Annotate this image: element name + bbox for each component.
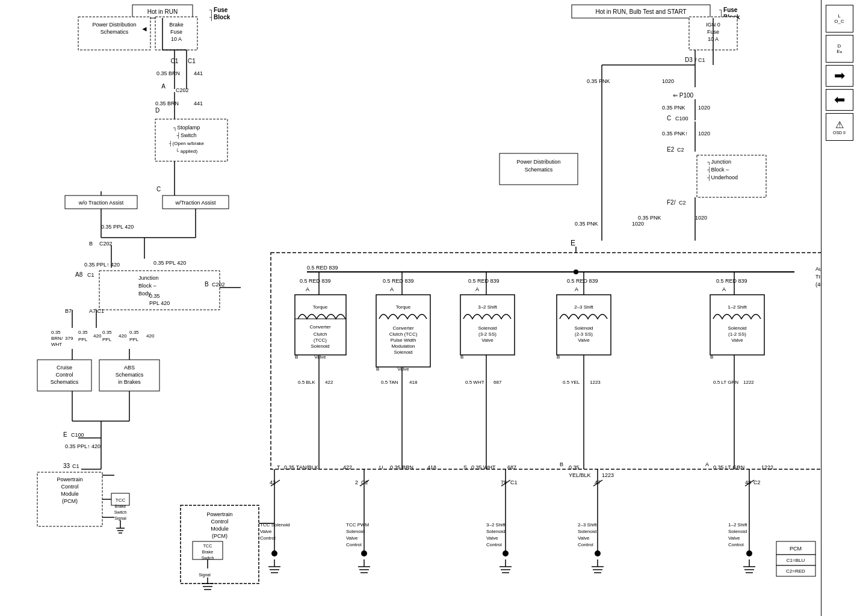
jb-body-label2: Block –: [138, 283, 156, 289]
abs-label3: in Brakes: [118, 379, 141, 385]
shift32-b-label: B: [460, 354, 463, 360]
yel-1223-label: 0.5 YEL: [563, 380, 580, 385]
fuse-block-right-label: ┐Fuse: [719, 7, 738, 14]
pcm-main-label3: Module: [211, 526, 229, 532]
pnk-1020-top: 0.35 PNK: [587, 78, 610, 84]
1222-b: 1222: [761, 464, 773, 470]
red-839-a1: 0.5 RED 839: [300, 278, 331, 284]
cruise-ctrl-label2: Control: [55, 372, 73, 378]
tcc-valve-label2: Converter: [309, 324, 330, 330]
a5-label: A: [722, 286, 726, 292]
hot-run-bulb-label: Hot in RUN, Bulb Test and START: [595, 8, 686, 15]
tcc-pwm-v-label: Torque: [396, 304, 411, 310]
shift32-v-label: 3–2 Shift: [478, 304, 497, 310]
tcc-brake-box-label2: Brake: [202, 550, 213, 554]
a8-c1-conn: C1: [87, 272, 94, 278]
shift32-ctrl-label: 3–2 Shift: [486, 522, 506, 528]
ppl-420-w1: 0.35: [78, 330, 88, 335]
f2-c2-conn: C2: [679, 200, 686, 206]
tcc-pwm-v-label5: Modulation: [391, 343, 415, 349]
shift12-ctrl-label4: Control: [728, 542, 744, 547]
b-c202-conn-right: C202: [212, 282, 225, 288]
d-label: D: [155, 107, 159, 114]
1223-num: 1223: [590, 380, 601, 385]
ltgrn-1222-label: 0.5 LT GRN: [713, 380, 738, 385]
1020-3rd: 1020: [698, 131, 710, 137]
jb-underhood-label3: ┤Underhood: [707, 174, 738, 181]
1020-2nd: 1020: [698, 105, 710, 111]
yel-blk-1223: 0.35: [569, 464, 580, 470]
tcc-pwm-v-label6: Solenoid: [394, 350, 412, 355]
red-839-a3: 0.5 RED 839: [468, 278, 500, 284]
red-839-a5: 0.5 RED 839: [716, 278, 747, 284]
shift32-ctrl-label2: Solenoid: [486, 529, 505, 534]
node-79-c1-conn: C1: [510, 479, 518, 485]
e2-c2-conn: C2: [677, 147, 684, 153]
shift23-v-label4: Valve: [578, 337, 590, 343]
e-node-label: E: [571, 239, 575, 247]
tcc-pwm-ctrl-label: TCC PWM: [346, 522, 370, 528]
brake-fuse-10a: 10 A: [171, 36, 182, 42]
stoplamp-applied: └ applied): [176, 148, 198, 154]
brake-fuse-label2: Fuse: [170, 29, 182, 35]
ppl-420-w4: PPL: [102, 337, 112, 342]
pnk-1020-2nd: 0.35 PNK: [662, 105, 685, 111]
jb-underhood-label2: ┤Block –: [707, 166, 729, 173]
legend-warning: ⚠ OSD II: [826, 113, 853, 141]
c-connector-label: C: [156, 186, 161, 192]
red-839-main: 0.5 RED 839: [307, 265, 338, 271]
brn-wht-379c: WHT: [51, 342, 62, 347]
power-dist-center-right2: Schematics: [525, 167, 553, 173]
a-label: A: [161, 83, 166, 90]
c1-blu-label: C1=BLU: [787, 558, 805, 563]
pcm-main-label2: Control: [211, 519, 228, 525]
tcc-valve-label3: Clutch: [314, 331, 327, 337]
ppl-420-b-mid: 0.35: [149, 293, 160, 299]
pcm-label: Powertrain: [57, 476, 82, 482]
jb-body-label: Junction: [138, 275, 159, 281]
a-label-ltgrn: A: [705, 461, 709, 467]
f2-c2-label: F2/: [667, 199, 676, 206]
shift12-v-label2: Solenoid: [728, 325, 746, 331]
red-839-a4: 0.5 RED 839: [567, 278, 598, 284]
yel-blk-1223b: YEL/BLK: [569, 472, 591, 478]
shift32-v-label3: (3-2 SS): [478, 331, 497, 337]
ppl-420-e: 0.35 PPL↑ 420: [65, 443, 101, 449]
tcc-brake-label: TCC: [116, 497, 126, 503]
422-num: 422: [325, 380, 333, 385]
shift23-b-label: B: [557, 354, 560, 360]
a4-label: A: [575, 286, 578, 292]
1020-5th: 1020: [632, 221, 644, 227]
tcc-pwm-v-label4: Pulse Width: [391, 337, 416, 343]
shift12-v-label: 1–2 Shift: [728, 304, 747, 310]
tcc-pwm-b-label: B: [376, 366, 379, 372]
fuse-block-left-label: ┐Fuse: [209, 7, 228, 14]
379-num: 379: [65, 336, 73, 341]
418-num: 418: [409, 380, 418, 385]
stoplamp-label: ┐Stoplamp: [173, 125, 200, 131]
power-dist-arrow: ◄: [141, 25, 148, 33]
legend-arrow-right: ➡: [826, 65, 853, 87]
1223-b: 1223: [602, 472, 614, 478]
wiring-diagram: Hot in RUN ┐Fuse ┤Block Power Distributi…: [0, 0, 857, 616]
u-label: U: [379, 464, 383, 470]
1020-4th: 1020: [695, 215, 707, 221]
ppl-420-a8: 0.35 PPL↑ 420: [84, 262, 120, 268]
shift32-ctrl-label4: Control: [486, 542, 502, 547]
tcc-valve-label: Torque: [313, 304, 328, 310]
b-label-yelblk: B: [560, 461, 563, 467]
e2-c2-label: E2: [667, 146, 675, 153]
a3-label: A: [475, 286, 479, 292]
tcc-brake-label2: Brake: [115, 504, 126, 508]
legend-des: D E₂: [826, 35, 853, 63]
420-num2: 420: [119, 333, 127, 339]
ppl-420-w5: 0.35: [129, 330, 139, 335]
a1-label: A: [306, 286, 309, 292]
tcc-pwm-ctrl-label4: Control: [346, 542, 362, 547]
420-num1: 420: [93, 333, 102, 339]
687-num: 687: [493, 380, 502, 385]
brn-441-num: 441: [194, 70, 203, 76]
shift23-v-label3: (2-3 SS): [575, 331, 593, 337]
tcc-brake-box-label3: Switch: [202, 556, 214, 560]
blk-422-label: 0.5 BLK: [298, 380, 315, 385]
